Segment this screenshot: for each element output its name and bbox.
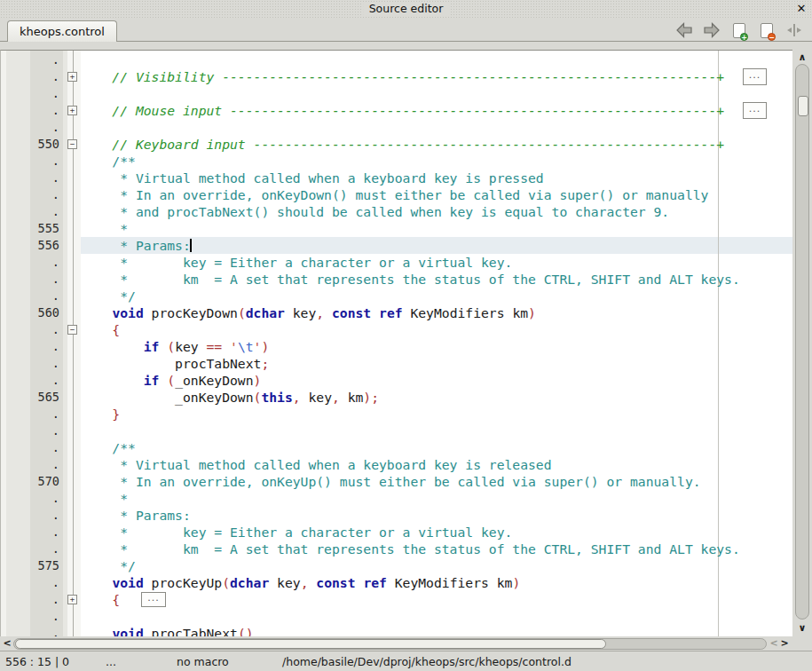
horizontal-scrollbar[interactable]: < < > [0,637,792,651]
line-number: . [30,574,59,591]
collapsed-fold-box[interactable]: ... [141,592,166,607]
code-text: */ [81,557,136,574]
status-ellipsis: ... [106,654,116,669]
line-number: . [30,119,59,136]
code-line[interactable]: . procTabNext; [1,355,792,372]
code-text: /** [81,153,136,170]
code-text: * km = A set that represents the status … [81,541,740,557]
code-line[interactable]: . * km = A set that represents the statu… [1,271,792,288]
code-text: // Visibility --------------------------… [81,68,724,85]
text-caret [190,239,192,252]
code-line[interactable]: . [1,119,792,136]
code-line[interactable]: . * and procTabNext() should be called w… [1,203,792,220]
plus-badge-icon: + [740,33,748,41]
code-text: * Virtual method called when a keyboard … [81,456,552,473]
code-line[interactable]: . [1,422,792,439]
code-line[interactable]: 550− // Keyboard input -----------------… [1,136,792,153]
toolbar: + − [675,20,803,41]
line-number: . [30,254,59,271]
statusbar: 556 : 15 | 0 ... no macro /home/basile/D… [0,651,812,671]
collapsed-fold-box[interactable]: ... [743,68,767,85]
vertical-scrollbar[interactable]: ∧ ∨ [792,50,812,636]
caret-position: 556 : 15 | 0 [5,654,69,669]
line-number: . [30,203,59,220]
line-number: 555 [30,220,59,237]
scroll-down-icon[interactable]: ∨ [797,623,808,634]
code-line[interactable]: . void procTabNext() [1,625,792,636]
code-line[interactable]: . * Params: [1,507,792,524]
minus-badge-icon: − [768,33,776,41]
line-number: 570 [30,473,59,490]
new-document-icon[interactable]: + [730,21,748,39]
code-line[interactable]: . [1,51,792,68]
line-number: . [30,271,59,288]
fold-collapse-marker[interactable]: − [67,325,77,335]
fold-expand-marker[interactable]: + [67,106,77,115]
tab-kheops-control[interactable]: kheops.control [7,20,117,42]
code-line[interactable]: .+ // Mouse input ----------------------… [1,102,792,119]
code-text: * [81,490,128,507]
code-rows[interactable]: ..+ // Visibility ----------------------… [1,51,792,636]
code-line[interactable]: 555 * [1,220,792,237]
line-number: . [30,338,59,355]
line-number: . [30,406,59,422]
line-number: . [30,422,59,439]
code-line[interactable]: .+ // Visibility -----------------------… [1,68,792,85]
code-line[interactable]: . if (key == '\t') [1,338,792,355]
code-line[interactable]: 556 * Params: [1,237,792,254]
fold-expand-marker[interactable]: + [67,72,77,82]
scroll-left-icon[interactable]: < [2,638,12,649]
code-line[interactable]: . */ [1,288,792,304]
titlebar[interactable]: Source editor ✕ [0,0,812,18]
code-line[interactable]: . if (_onKeyDown) [1,372,792,389]
navigate-forward-icon[interactable] [703,21,721,39]
line-number: 556 [30,237,59,254]
code-line[interactable]: .+ {... [1,591,792,608]
navigate-back-icon[interactable] [675,21,693,39]
scroll-up-icon[interactable]: ∧ [797,52,808,63]
collapsed-fold-box[interactable]: ... [743,102,767,119]
fold-expand-marker[interactable]: + [67,595,77,604]
line-number: . [30,102,59,119]
code-line[interactable]: . * Virtual method called when a keyboar… [1,456,792,473]
line-number: . [30,591,59,608]
code-line[interactable]: . [1,608,792,625]
scroll-right-icon[interactable]: > [779,638,790,649]
scroll-left-secondary-icon[interactable]: < [769,638,779,649]
code-line[interactable]: . /** [1,153,792,170]
code-line[interactable]: . * [1,490,792,507]
code-text: * key = Either a character or a virtual … [81,524,512,541]
code-editor[interactable]: ..+ // Visibility ----------------------… [0,50,792,636]
vertical-scrollbar-thumb[interactable] [798,96,808,116]
window-title: Source editor [363,2,450,16]
close-icon[interactable]: ✕ [794,1,808,15]
source-editor-window: Source editor ✕ kheops.control + − [0,0,812,671]
close-document-icon[interactable]: − [758,21,776,39]
horizontal-scrollbar-thumb[interactable] [15,639,606,649]
code-text: * Params: [81,237,191,254]
line-number: . [30,355,59,372]
code-line[interactable]: .− { [1,321,792,338]
code-line[interactable]: . * key = Either a character or a virtua… [1,524,792,541]
code-line[interactable]: 575 */ [1,557,792,574]
code-line[interactable]: . } [1,406,792,422]
code-line[interactable]: . * In an override, onKeyDown() must eit… [1,186,792,203]
code-line[interactable]: . void procKeyUp(dchar key, const ref Ke… [1,574,792,591]
code-line[interactable]: 570 * In an override, onKeyUp() must eit… [1,473,792,490]
code-line[interactable]: 565 _onKeyDown(this, key, km); [1,389,792,406]
split-view-icon[interactable] [785,21,803,39]
code-line[interactable]: . * km = A set that represents the statu… [1,541,792,557]
horizontal-scrollbar-track[interactable] [13,638,767,650]
code-line[interactable]: . * key = Either a character or a virtua… [1,254,792,271]
code-line[interactable]: . * Virtual method called when a keyboar… [1,170,792,186]
code-line[interactable]: . [1,85,792,102]
line-number: . [30,507,59,524]
code-text: * In an override, onKeyDown() must eithe… [81,186,708,203]
code-line[interactable]: 560 void procKeyDown(dchar key, const re… [1,304,792,321]
line-number: . [30,456,59,473]
vertical-scrollbar-track[interactable] [795,64,809,620]
code-line[interactable]: . /** [1,439,792,456]
code-text: * In an override, onKeyUp() must either … [81,473,701,490]
splitter-glyph [787,23,801,37]
fold-collapse-marker[interactable]: − [67,139,77,149]
